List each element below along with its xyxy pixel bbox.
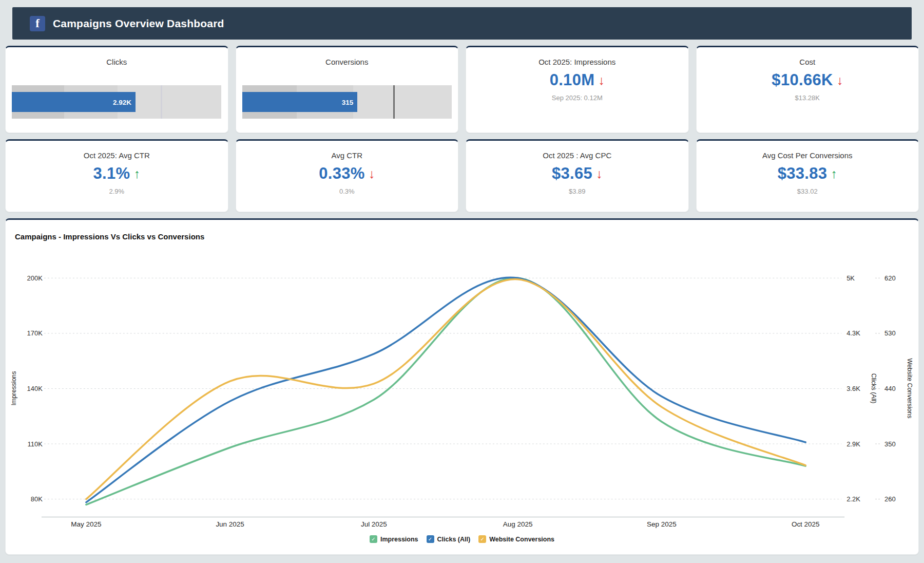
legend-item-impressions[interactable]: ✓Impressions [370, 535, 418, 543]
chart-legend: ✓Impressions✓Clicks (All)✓Website Conver… [6, 535, 918, 543]
card-title: Oct 2025: Impressions [466, 58, 688, 66]
clicks-bullet-card: Clicks 2.92K [5, 46, 228, 133]
bullet-bar: 2.92K [12, 92, 136, 112]
x-axis-month-label: May 2025 [71, 520, 101, 528]
conversions-bullet-chart: 315 [242, 85, 452, 119]
x-axis-month-label: Jun 2025 [216, 520, 244, 528]
dashboard-header: f Campaigns Overview Dashboard [12, 7, 912, 40]
bullet-target-marker [393, 85, 395, 119]
conversions-axis-tick-label: 260 [884, 495, 896, 503]
conversions-bullet-card: Conversions 315 [236, 46, 459, 133]
dashboard-title: Campaigns Overview Dashboard [53, 17, 224, 30]
bullet-bar: 315 [242, 92, 358, 112]
clicks-axis-tick-label: 4.3K [846, 329, 860, 337]
conversions-axis-tick-label: 440 [884, 385, 896, 392]
clicks-axis-title: Clicks (All) [870, 373, 877, 404]
legend-checkbox-icon[interactable]: ✓ [427, 535, 434, 543]
kpi-value: $3.65 [552, 164, 592, 183]
cost-kpi-card: Cost $10.66K ↓ $13.28K [696, 46, 919, 133]
trend-arrow-icon: ↑ [831, 166, 837, 181]
legend-label: Website Conversions [489, 536, 554, 543]
kpi-previous-value: $3.89 [466, 187, 688, 195]
kpi-value: 0.10M [550, 71, 595, 89]
legend-item-website-conversions[interactable]: ✓Website Conversions [478, 535, 554, 543]
kpi-previous-value: Sep 2025: 0.12M [466, 94, 688, 102]
avg-ctr-card: Avg CTR 0.33% ↓ 0.3% [236, 139, 459, 212]
bullet-target-marker [161, 85, 162, 119]
series-line-clicks-all- [86, 277, 805, 502]
card-title: Conversions [236, 58, 458, 66]
left-axis-tick-label: 110K [28, 440, 43, 448]
campaigns-line-chart-panel: Campaigns - Impressions Vs Clicks vs Con… [5, 218, 919, 555]
legend-label: Impressions [380, 536, 418, 543]
facebook-icon: f [30, 16, 45, 31]
conversions-axis-tick-label: 350 [884, 440, 896, 448]
kpi-value: $33.83 [778, 164, 827, 183]
trend-arrow-icon: ↓ [369, 166, 375, 181]
kpi-previous-value: $13.28K [697, 94, 919, 102]
trend-arrow-icon: ↓ [837, 73, 843, 88]
dashboard-page: f Campaigns Overview Dashboard Clicks 2.… [0, 0, 924, 555]
trend-arrow-icon: ↓ [596, 166, 603, 181]
card-title: Oct 2025: Avg CTR [6, 151, 228, 160]
legend-checkbox-icon[interactable]: ✓ [478, 535, 486, 543]
x-axis-month-label: Aug 2025 [503, 520, 533, 528]
clicks-axis-tick-label: 2.9K [846, 440, 860, 448]
kpi-previous-value: $33.02 [697, 187, 919, 195]
trend-arrow-icon: ↓ [598, 73, 605, 88]
series-line-impressions [86, 278, 805, 504]
legend-label: Clicks (All) [437, 536, 471, 543]
kpi-value: 3.1% [93, 164, 130, 183]
kpi-previous-value: 2.9% [6, 187, 228, 195]
series-line-website-conversions [86, 279, 805, 499]
conversions-axis-tick-label: 530 [884, 329, 896, 337]
kpi-value: $10.66K [772, 71, 833, 89]
left-axis-tick-label: 200K [27, 274, 43, 282]
conversions-axis-tick-label: 620 [884, 274, 896, 282]
left-axis-title: Impressions [10, 371, 17, 406]
clicks-axis-tick-label: 3.6K [846, 385, 860, 392]
oct-avg-ctr-card: Oct 2025: Avg CTR 3.1% ↑ 2.9% [5, 139, 228, 212]
oct-avg-cpc-card: Oct 2025 : Avg CPC $3.65 ↓ $3.89 [466, 139, 689, 212]
left-axis-tick-label: 170K [27, 329, 43, 337]
trend-arrow-icon: ↑ [133, 166, 140, 181]
bullet-value: 315 [342, 99, 358, 106]
card-title: Avg CTR [236, 151, 458, 160]
campaigns-line-chart: 200K170K140K110K80K5K4.3K3.6K2.9K2.2K620… [6, 220, 918, 554]
clicks-axis-tick-label: 2.2K [846, 495, 860, 503]
legend-item-clicks-all-[interactable]: ✓Clicks (All) [427, 535, 471, 543]
x-axis-month-label: Oct 2025 [792, 520, 820, 528]
x-axis-month-label: Sep 2025 [647, 520, 677, 528]
kpi-row-2: Oct 2025: Avg CTR 3.1% ↑ 2.9% Avg CTR 0.… [5, 139, 919, 212]
clicks-axis-tick-label: 5K [846, 274, 855, 282]
card-title: Cost [697, 58, 919, 66]
bullet-value: 2.92K [113, 99, 136, 106]
card-title: Avg Cost Per Conversions [697, 151, 919, 160]
impressions-kpi-card: Oct 2025: Impressions 0.10M ↓ Sep 2025: … [466, 46, 689, 133]
avg-cost-per-conversion-card: Avg Cost Per Conversions $33.83 ↑ $33.02 [696, 139, 919, 212]
card-title: Clicks [6, 58, 228, 66]
left-axis-tick-label: 80K [31, 495, 43, 503]
kpi-value: 0.33% [319, 164, 364, 183]
x-axis-month-label: Jul 2025 [361, 520, 387, 528]
conversions-axis-title: Website Conversions [906, 358, 913, 418]
legend-checkbox-icon[interactable]: ✓ [370, 535, 377, 543]
card-title: Oct 2025 : Avg CPC [466, 151, 688, 160]
kpi-row-1: Clicks 2.92K Conversions 315 Oct 2025: I… [5, 46, 919, 133]
kpi-previous-value: 0.3% [236, 187, 458, 195]
left-axis-tick-label: 140K [27, 385, 43, 392]
clicks-bullet-chart: 2.92K [12, 85, 222, 119]
bullet-band [353, 85, 452, 119]
